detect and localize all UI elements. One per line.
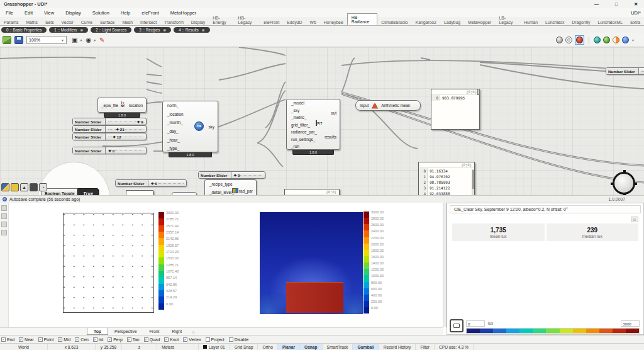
boolean-toggle[interactable]: Boolean Toggle True bbox=[41, 188, 99, 195]
display-half-icon[interactable] bbox=[613, 37, 619, 43]
slider-track[interactable]: ◆ 12 bbox=[106, 133, 146, 140]
slider-grip-icon[interactable]: ◆ bbox=[137, 120, 140, 123]
osnap-option[interactable]: ✓ Mid bbox=[58, 337, 70, 342]
osnap-option[interactable]: ✓ Int bbox=[93, 337, 104, 342]
status-cell[interactable]: Filter bbox=[416, 344, 435, 350]
preview-sphere-icon[interactable] bbox=[556, 37, 563, 43]
input-port[interactable]: grid_filter_ bbox=[287, 121, 340, 129]
slider-marker[interactable]: ◆ 21 bbox=[116, 126, 125, 132]
results-list-panel[interactable]: {0;0} 0 91.16334 1 94.976702 2 9 bbox=[418, 162, 475, 195]
preview-eye-icon[interactable]: ◉ bbox=[86, 37, 91, 43]
export-icon[interactable]: ▲ bbox=[20, 183, 28, 191]
slider-marker[interactable]: ◆ 9 bbox=[137, 118, 143, 125]
port-location[interactable]: location bbox=[129, 103, 143, 108]
checkbox-icon[interactable]: ✓ bbox=[127, 337, 131, 342]
arithmetic-mean-component[interactable]: Input Arithmetic mean bbox=[355, 100, 421, 111]
plugin-tab[interactable]: HB-Energy bbox=[209, 14, 234, 25]
widget-icon[interactable] bbox=[30, 183, 38, 191]
plugin-tab[interactable]: Eddy3D bbox=[283, 19, 306, 25]
status-cell[interactable]: Layer 01 bbox=[199, 344, 230, 350]
viewport-tab[interactable]: Perspective bbox=[108, 328, 143, 335]
input-port[interactable]: _model bbox=[287, 99, 340, 107]
viewport-tab[interactable]: Right bbox=[165, 328, 188, 335]
plugin-tab[interactable]: HB-Radiance bbox=[347, 13, 378, 25]
radiance-parameter-component[interactable]: _recipe_type_detail_level_additional_par… bbox=[204, 179, 257, 195]
slider-grip-icon[interactable]: ◆ bbox=[151, 181, 153, 185]
save-file-icon[interactable] bbox=[14, 36, 23, 44]
edge-number-slider[interactable]: Number Slider bbox=[606, 67, 644, 75]
checkbox-icon[interactable]: ✓ bbox=[75, 337, 79, 342]
canvas-compass-widget[interactable] bbox=[613, 172, 635, 195]
status-cell[interactable]: SmartTrack bbox=[323, 344, 353, 350]
port-out[interactable]: out bbox=[331, 111, 336, 115]
slider-grip-icon[interactable]: ◆ bbox=[113, 135, 116, 138]
status-cell[interactable]: Ortho bbox=[258, 344, 278, 350]
radiance-params-panel[interactable]: {0;0} 0 -aa 0.25 -ab 8 -ad 512 -ar 16 -a… bbox=[284, 189, 340, 195]
menu-item[interactable]: Edit bbox=[19, 10, 38, 16]
input-port[interactable]: _type_ bbox=[163, 144, 218, 153]
preview-wireframe-icon[interactable] bbox=[565, 37, 572, 43]
osnap-option[interactable]: ✓ Quad bbox=[144, 337, 160, 342]
number-slider[interactable]: Number Slider ◆ 12 bbox=[72, 133, 147, 140]
menu-item[interactable]: Solution bbox=[87, 10, 115, 16]
display-green-icon[interactable] bbox=[603, 37, 610, 43]
recipe-type-slider[interactable]: Number Slider ◆ 0 bbox=[198, 171, 265, 179]
display-monitor-button[interactable] bbox=[450, 319, 464, 332]
port-rad-par[interactable]: rad_par bbox=[239, 189, 253, 193]
slider-marker[interactable]: ◆ 0 bbox=[151, 180, 157, 186]
panel-scrollbar[interactable] bbox=[472, 169, 474, 195]
epw-import-component[interactable]: _epw_file I➜NY location 1.8.0 bbox=[97, 98, 147, 113]
category-pill[interactable]: 4 :: Results ⊕ bbox=[174, 27, 209, 33]
slider-grip-icon[interactable]: ◆ bbox=[108, 149, 111, 152]
input-port[interactable]: _recipe_type bbox=[205, 180, 256, 188]
gh-python-icon[interactable] bbox=[1, 183, 9, 191]
checkbox-icon[interactable]: ✓ bbox=[229, 337, 233, 342]
zoom-select[interactable]: 100% ▼ bbox=[26, 36, 67, 44]
panel-grip[interactable] bbox=[477, 89, 480, 95]
plugin-tab[interactable]: Ladybug bbox=[440, 19, 464, 25]
slider-track[interactable]: ◆ 0 bbox=[148, 180, 186, 186]
port-epw-file[interactable]: _epw_file bbox=[101, 103, 118, 108]
ab-bounces-panel[interactable]: -ab 8 bbox=[126, 190, 153, 195]
number-slider[interactable]: Number Slider ◆ 21 bbox=[72, 125, 147, 133]
plugin-tab[interactable]: Extra bbox=[626, 19, 644, 25]
checkbox-icon[interactable]: ✓ bbox=[144, 337, 148, 342]
maximize-icon[interactable]: □ bbox=[615, 2, 618, 7]
status-cell[interactable]: x 8.623 bbox=[48, 344, 96, 350]
osnap-option[interactable]: ✓ Tan bbox=[127, 337, 140, 342]
status-cell[interactable]: Meters bbox=[157, 344, 199, 350]
input-port[interactable]: _run bbox=[287, 143, 340, 150]
plugin-tab[interactable]: Surface bbox=[96, 19, 118, 25]
port-sky[interactable]: sky bbox=[208, 125, 214, 129]
checkbox-icon[interactable]: ✓ bbox=[58, 337, 62, 342]
scale-min-input[interactable] bbox=[466, 320, 485, 327]
osnap-option[interactable]: ✓ End bbox=[1, 337, 14, 342]
viewport-tab[interactable]: Front bbox=[143, 328, 165, 335]
plugin-tab[interactable]: ClimateStudio bbox=[377, 19, 411, 25]
toolbar-icon[interactable] bbox=[1, 230, 7, 235]
category-pill[interactable]: 2 :: Light Sources ⊕ bbox=[91, 27, 131, 33]
category-pill[interactable]: 0 :: Basic Properties ⊕ bbox=[1, 27, 47, 33]
status-cell[interactable]: CPU use: 4.3 % bbox=[435, 344, 474, 350]
toolbar-icon[interactable] bbox=[1, 213, 7, 219]
minimize-icon[interactable]: — bbox=[594, 2, 599, 7]
slider-marker[interactable]: ◆ 0 bbox=[108, 147, 114, 154]
status-cell[interactable]: Grid Snap bbox=[230, 344, 258, 350]
toolbar-icon[interactable] bbox=[1, 205, 7, 211]
title-bar[interactable]: Grasshopper - UDI* — □ ✕ bbox=[0, 0, 644, 8]
toolbar-icon[interactable] bbox=[1, 222, 7, 227]
status-cell[interactable]: Record History bbox=[379, 344, 416, 350]
chevron-down-icon[interactable]: ▼ bbox=[79, 38, 82, 42]
clock-icon[interactable]: ◔ bbox=[39, 183, 47, 191]
plugin-tab[interactable]: MetaHopper bbox=[464, 19, 495, 25]
osnap-option[interactable]: ✓ Perp bbox=[108, 337, 122, 342]
grasshopper-canvas[interactable]: _epw_file I➜NY location 1.8.0 Number Sli… bbox=[0, 47, 644, 195]
osnap-option[interactable]: ✓ Vertex bbox=[183, 337, 201, 342]
bake-icon[interactable] bbox=[11, 183, 19, 191]
slider-grip-icon[interactable]: ◆ bbox=[234, 173, 236, 177]
status-cell[interactable]: Osnap bbox=[300, 344, 323, 350]
slider-track[interactable]: ◆ 9 bbox=[106, 118, 146, 125]
menu-item[interactable]: View bbox=[38, 10, 60, 16]
plugin-tab[interactable]: LunchBoxML bbox=[594, 19, 626, 25]
checkbox-icon[interactable]: ✓ bbox=[1, 337, 6, 342]
